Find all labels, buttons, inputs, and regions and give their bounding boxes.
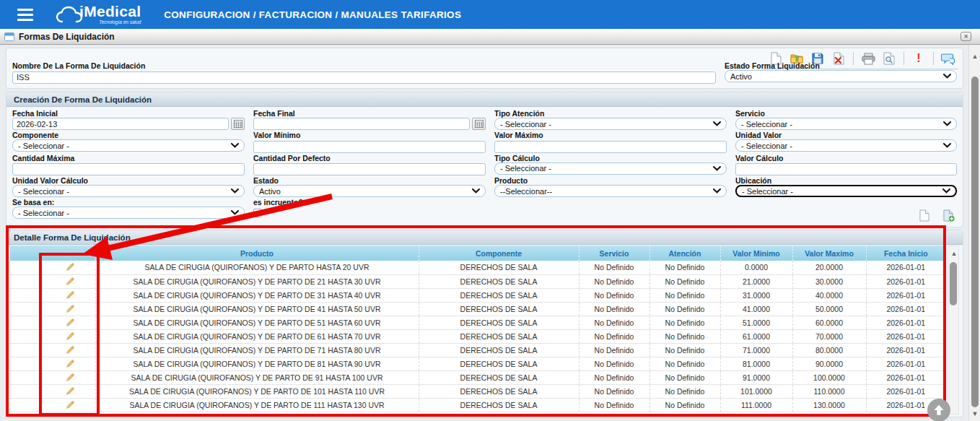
- chevron-down-icon: [942, 188, 950, 194]
- edit-cell[interactable]: [10, 329, 95, 343]
- edit-pencil-icon[interactable]: [65, 373, 75, 383]
- detalle-table: Producto Componente Servicio Atención Va…: [10, 246, 945, 415]
- chevron-down-icon: [231, 188, 239, 194]
- col-atencion[interactable]: Atención: [649, 246, 720, 261]
- valor-minimo-label: Valor Mínimo: [253, 131, 486, 139]
- cell-atencion: No Definido: [649, 357, 720, 370]
- edit-cell[interactable]: [10, 370, 95, 384]
- fecha-inicial-input[interactable]: [12, 118, 229, 130]
- cell-fecha-inicio: 2026-01-01: [866, 329, 945, 343]
- producto-select[interactable]: --Seleccionar--: [494, 185, 727, 197]
- cell-producto: SALA DE CIRUGIA (QUIROFANOS) Y DE PARTO …: [95, 329, 419, 343]
- scrollbar-thumb[interactable]: [971, 77, 979, 407]
- fecha-final-input[interactable]: [253, 118, 470, 130]
- chevron-down-icon: [713, 188, 721, 194]
- window-close-icon[interactable]: ✕: [961, 32, 971, 41]
- se-basa-en-select[interactable]: - Seleccionar -: [12, 207, 245, 219]
- edit-pencil-icon[interactable]: [65, 304, 75, 314]
- col-servicio[interactable]: Servicio: [579, 246, 649, 261]
- edit-pencil-icon[interactable]: [65, 386, 75, 396]
- col-componente[interactable]: Componente: [419, 246, 579, 261]
- table-scrollbar-thumb[interactable]: [950, 262, 957, 305]
- edit-cell[interactable]: [10, 274, 95, 288]
- edit-pencil-icon[interactable]: [65, 359, 75, 369]
- col-fecha-inicio[interactable]: Fecha Inicio: [866, 246, 945, 261]
- servicio-label: Servicio: [735, 109, 957, 118]
- componente-select[interactable]: - Seleccionar -: [12, 139, 245, 152]
- cell-valor-maximo: 100.0000: [792, 370, 866, 384]
- edit-cell[interactable]: [10, 398, 95, 412]
- se-basa-en-label: Se basa en:: [12, 198, 245, 207]
- edit-pencil-icon[interactable]: [65, 277, 75, 287]
- edit-cell[interactable]: [10, 384, 95, 398]
- tipo-atencion-select[interactable]: - Seleccionar -: [494, 118, 727, 130]
- cell-fecha-inicio: 2026-01-01: [866, 316, 945, 329]
- cell-valor-maximo: 130.0000: [792, 398, 866, 412]
- calendar-icon[interactable]: [472, 118, 486, 130]
- ubicacion-select[interactable]: - Seleccionar -: [735, 185, 957, 197]
- edit-pencil-icon[interactable]: [65, 345, 75, 355]
- cantidad-por-defecto-input[interactable]: [253, 163, 486, 175]
- edit-pencil-icon[interactable]: [65, 318, 75, 328]
- edit-cell[interactable]: [10, 343, 95, 357]
- cell-producto: SALA DE CIRUGIA (QUIROFANOS) Y DE PARTO …: [95, 274, 419, 288]
- detalle-section-title: Detalle Forma De Liquidación: [6, 230, 963, 245]
- es-incruento-checkbox[interactable]: [253, 209, 262, 217]
- table-scrollbar-up-icon[interactable]: ▲: [948, 248, 960, 259]
- cell-servicio: No Definido: [579, 261, 649, 274]
- tipo-calculo-label: Tipo Cálculo: [494, 154, 727, 162]
- cell-servicio: No Definido: [579, 398, 649, 412]
- edit-pencil-icon[interactable]: [65, 262, 75, 272]
- cantidad-maxima-input[interactable]: [12, 163, 245, 175]
- valor-calculo-input[interactable]: [735, 163, 957, 175]
- cell-producto: SALA DE CIRUGIA (QUIROFANOS) Y DE PARTO …: [95, 398, 419, 412]
- estado-forma-select[interactable]: Activo: [725, 70, 957, 82]
- chevron-down-icon: [231, 143, 239, 148]
- edit-pencil-icon[interactable]: [65, 400, 75, 410]
- estado-select[interactable]: Activo: [253, 185, 486, 197]
- col-producto[interactable]: Producto: [95, 246, 419, 261]
- add-detail-icon[interactable]: [942, 209, 955, 222]
- edit-pencil-icon[interactable]: [65, 331, 75, 342]
- scrollbar-down-icon[interactable]: ▼: [969, 408, 980, 420]
- unidad-valor-label: Unidad Valor: [735, 131, 957, 139]
- unidad-valor-calculo-select[interactable]: - Seleccionar -: [12, 185, 245, 197]
- cell-producto: SALA DE CIRUGIA (QUIROFANOS) Y DE PARTO …: [95, 288, 419, 302]
- cell-servicio: No Definido: [579, 302, 649, 316]
- edit-column-header: [10, 246, 95, 261]
- table-row: SALA DE CIRUGIA (QUIROFANOS) Y DE PARTO …: [10, 261, 945, 274]
- servicio-select[interactable]: - Seleccionar -: [735, 118, 957, 130]
- cell-servicio: No Definido: [579, 288, 649, 302]
- edit-cell[interactable]: [10, 288, 95, 302]
- scrollbar-up-icon[interactable]: ▲: [969, 51, 980, 62]
- edit-cell[interactable]: [10, 316, 95, 329]
- col-valor-minimo[interactable]: Valor Minimo: [720, 246, 792, 261]
- valor-minimo-input[interactable]: [253, 141, 486, 153]
- scroll-to-top-button[interactable]: [927, 399, 950, 421]
- calendar-icon[interactable]: [231, 118, 245, 130]
- nombre-input[interactable]: [12, 71, 716, 84]
- cell-valor-minimo: 91.0000: [720, 370, 792, 384]
- hamburger-menu-icon[interactable]: [17, 9, 33, 21]
- window-scrollbar[interactable]: ▲ ▼: [968, 45, 980, 421]
- cell-servicio: No Definido: [579, 370, 649, 384]
- col-valor-maximo[interactable]: Valor Maximo: [792, 246, 866, 261]
- brand-name: iMedical: [79, 4, 141, 19]
- tipo-calculo-select[interactable]: - Seleccionar -: [494, 162, 727, 175]
- cell-valor-minimo: 51.0000: [720, 316, 792, 329]
- edit-cell[interactable]: [10, 357, 95, 370]
- edit-pencil-icon[interactable]: [65, 290, 75, 300]
- table-scrollbar[interactable]: ▲: [948, 246, 959, 415]
- table-header-row: Producto Componente Servicio Atención Va…: [10, 246, 945, 261]
- new-detail-icon[interactable]: [918, 209, 931, 222]
- edit-cell[interactable]: [10, 261, 95, 274]
- edit-cell[interactable]: [10, 302, 95, 316]
- creacion-panel: Creación De Forma De Liquidación Fecha I…: [6, 92, 963, 227]
- unidad-valor-select[interactable]: - Seleccionar -: [735, 139, 957, 152]
- cell-valor-minimo: 71.0000: [720, 343, 792, 357]
- cell-valor-maximo: 90.0000: [792, 357, 866, 370]
- valor-maximo-input[interactable]: [494, 141, 727, 153]
- estado-label: Estado: [253, 176, 486, 185]
- cell-componente: DERECHOS DE SALA: [419, 398, 579, 412]
- cell-valor-minimo: 81.0000: [720, 357, 792, 370]
